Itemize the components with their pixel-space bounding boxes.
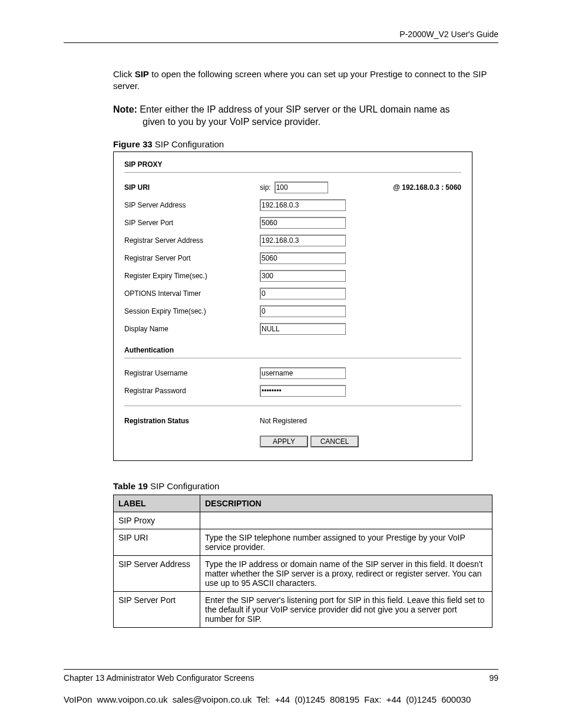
sip-server-port-label: SIP Server Port [124, 219, 260, 227]
footer-contact: VoIPon www.voipon.co.uk sales@voipon.co.… [64, 694, 498, 704]
intro-pre: Click [113, 69, 135, 79]
options-timer-label: OPTIONS Interval Timer [124, 289, 260, 298]
display-name-label: Display Name [124, 325, 260, 333]
options-timer-input[interactable] [260, 288, 346, 299]
note-paragraph: Note: Enter either the IP address of you… [113, 103, 498, 129]
sip-server-address-input[interactable] [260, 199, 346, 211]
registrar-port-input[interactable] [260, 252, 346, 264]
registrar-password-input[interactable] [260, 385, 346, 397]
table-label: Table 19 [113, 481, 148, 491]
cancel-button[interactable]: CANCEL [310, 436, 359, 447]
sip-uri-label: SIP URI [124, 183, 260, 192]
register-expiry-label: Register Expiry Time(sec.) [124, 272, 260, 280]
note-line1: Enter either the IP address of your SIP … [137, 104, 450, 114]
section-rule [124, 406, 461, 406]
table-cell-desc: Type the SIP telephone number assigned t… [200, 529, 492, 555]
note-label: Note: [113, 104, 137, 114]
table-header-label: LABEL [114, 495, 200, 512]
table-cell-label: SIP Server Address [114, 555, 200, 591]
authentication-heading: Authentication [124, 346, 461, 354]
registration-status-value: Not Registered [260, 417, 307, 425]
register-expiry-input[interactable] [260, 270, 346, 282]
sip-proxy-heading: SIP PROXY [124, 160, 461, 169]
table-cell-desc [200, 512, 492, 529]
intro-post: to open the following screen where you c… [113, 69, 487, 91]
registration-status-label: Registration Status [124, 417, 260, 425]
table-cell-desc: Type the IP address or domain name of th… [200, 555, 492, 591]
sip-server-port-input[interactable] [260, 217, 346, 229]
table-header-row: LABEL DESCRIPTION [114, 495, 492, 512]
figure-label: Figure 33 [113, 139, 153, 149]
registrar-address-input[interactable] [260, 235, 346, 246]
sip-uri-input[interactable] [275, 182, 328, 193]
registrar-username-input[interactable] [260, 367, 346, 379]
display-name-input[interactable] [260, 323, 346, 335]
sip-uri-prefix: sip: [260, 183, 271, 192]
figure-title: SIP Configuration [153, 139, 224, 149]
page-footer: Chapter 13 Administrator Web Configurato… [64, 665, 498, 704]
sip-config-panel: SIP PROXY SIP URI sip: @ 192.168.0.3 : 5… [113, 151, 472, 461]
table-cell-label: SIP Proxy [114, 512, 200, 529]
table-cell-label: SIP Server Port [114, 591, 200, 627]
figure-caption: Figure 33 SIP Configuration [113, 139, 498, 149]
registrar-username-label: Registrar Username [124, 369, 260, 377]
footer-page-number: 99 [489, 673, 498, 683]
table-row: SIP Proxy [114, 512, 492, 529]
registrar-password-label: Registrar Password [124, 387, 260, 395]
table-cell-label: SIP URI [114, 529, 200, 555]
sip-config-table: LABEL DESCRIPTION SIP Proxy SIP URI Type… [113, 495, 492, 628]
table-title: SIP Configuration [148, 481, 219, 491]
header-guide: P-2000W_V2 User's Guide [64, 29, 498, 39]
note-line2: given to you by your VoIP service provid… [113, 116, 498, 129]
registrar-address-label: Registrar Server Address [124, 236, 260, 245]
session-expiry-label: Session Expiry Time(sec.) [124, 307, 260, 315]
section-rule [124, 358, 461, 358]
footer-rule [64, 669, 498, 670]
table-row: SIP Server Address Type the IP address o… [114, 555, 492, 591]
table-row: SIP Server Port Enter the SIP server's l… [114, 591, 492, 627]
intro-bold: SIP [135, 69, 149, 79]
table-row: SIP URI Type the SIP telephone number as… [114, 529, 492, 555]
apply-button[interactable]: APPLY [260, 436, 308, 447]
intro-paragraph: Click SIP to open the following screen w… [113, 68, 498, 93]
table-header-desc: DESCRIPTION [200, 495, 492, 512]
footer-chapter: Chapter 13 Administrator Web Configurato… [64, 673, 254, 683]
section-rule [124, 172, 461, 173]
sip-uri-suffix: @ 192.168.0.3 : 5060 [393, 183, 461, 192]
registrar-port-label: Registrar Server Port [124, 254, 260, 262]
session-expiry-input[interactable] [260, 305, 346, 317]
table-cell-desc: Enter the SIP server's listening port fo… [200, 591, 492, 627]
table-caption: Table 19 SIP Configuration [113, 481, 498, 491]
sip-server-address-label: SIP Server Address [124, 201, 260, 209]
